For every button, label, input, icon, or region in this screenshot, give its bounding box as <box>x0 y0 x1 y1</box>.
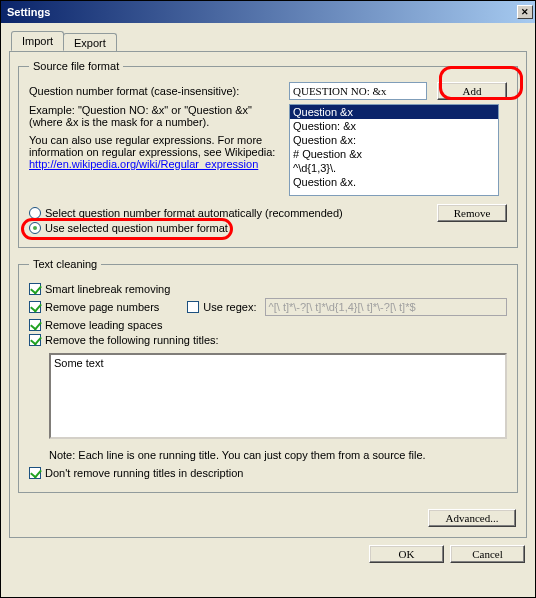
ok-button[interactable]: OK <box>369 545 444 563</box>
list-item[interactable]: Question &x: <box>290 133 498 147</box>
check-use-regex-label: Use regex: <box>203 301 256 313</box>
check-remove-leading[interactable] <box>29 319 41 331</box>
check-use-regex[interactable] <box>187 301 199 313</box>
radio-auto-label: Select question number format automatica… <box>45 207 343 219</box>
list-item[interactable]: ^\d{1,3}\. <box>290 161 498 175</box>
check-remove-titles[interactable] <box>29 334 41 346</box>
list-item[interactable]: # Question &x <box>290 147 498 161</box>
check-remove-leading-label: Remove leading spaces <box>45 319 162 331</box>
list-item[interactable]: Question &x. <box>290 175 498 189</box>
text-cleaning-group: Text cleaning Smart linebreak removing R… <box>18 258 518 493</box>
qn-format-label: Question number format (case-insensitive… <box>29 85 289 97</box>
source-format-legend: Source file format <box>29 60 123 72</box>
advanced-button[interactable]: Advanced... <box>428 509 516 527</box>
tabs: Import Export <box>9 31 527 52</box>
wikipedia-link[interactable]: http://en.wikipedia.org/wiki/Regular_exp… <box>29 158 258 170</box>
qn-format-input[interactable] <box>289 82 427 100</box>
example-text: Example: "Question NO: &x" or "Question … <box>29 104 279 128</box>
list-item[interactable]: Question: &x <box>290 119 498 133</box>
check-dont-remove-desc-label: Don't remove running titles in descripti… <box>45 467 243 479</box>
source-file-format-group: Source file format Question number forma… <box>18 60 518 248</box>
titles-note: Note: Each line is one running title. Yo… <box>29 449 507 461</box>
check-dont-remove-desc[interactable] <box>29 467 41 479</box>
close-icon[interactable]: ✕ <box>517 5 533 19</box>
regex-note: You can also use regular expressions. Fo… <box>29 134 279 158</box>
check-remove-titles-label: Remove the following running titles: <box>45 334 219 346</box>
titlebar: Settings ✕ <box>1 1 535 23</box>
tab-export[interactable]: Export <box>63 33 117 52</box>
format-listbox[interactable]: Question &x Question: &x Question &x: # … <box>289 104 499 196</box>
radio-auto[interactable] <box>29 207 41 219</box>
check-remove-page[interactable] <box>29 301 41 313</box>
check-smart-linebreak[interactable] <box>29 283 41 295</box>
add-button[interactable]: Add <box>437 82 507 100</box>
check-smart-linebreak-label: Smart linebreak removing <box>45 283 170 295</box>
radio-selected[interactable] <box>29 222 41 234</box>
radio-selected-label: Use selected question number format <box>45 222 228 234</box>
text-cleaning-legend: Text cleaning <box>29 258 101 270</box>
remove-button[interactable]: Remove <box>437 204 507 222</box>
list-item[interactable]: Question &x <box>290 105 498 119</box>
running-titles-textarea[interactable]: Some text <box>49 353 507 439</box>
cancel-button[interactable]: Cancel <box>450 545 525 563</box>
check-remove-page-label: Remove page numbers <box>45 301 159 313</box>
window-title: Settings <box>7 6 50 18</box>
regex-pattern-input: ^[\ t]*\-?[\ t]*\d{1,4}[\ t]*\-?[\ t]*$ <box>265 298 507 316</box>
tab-import[interactable]: Import <box>11 31 64 51</box>
